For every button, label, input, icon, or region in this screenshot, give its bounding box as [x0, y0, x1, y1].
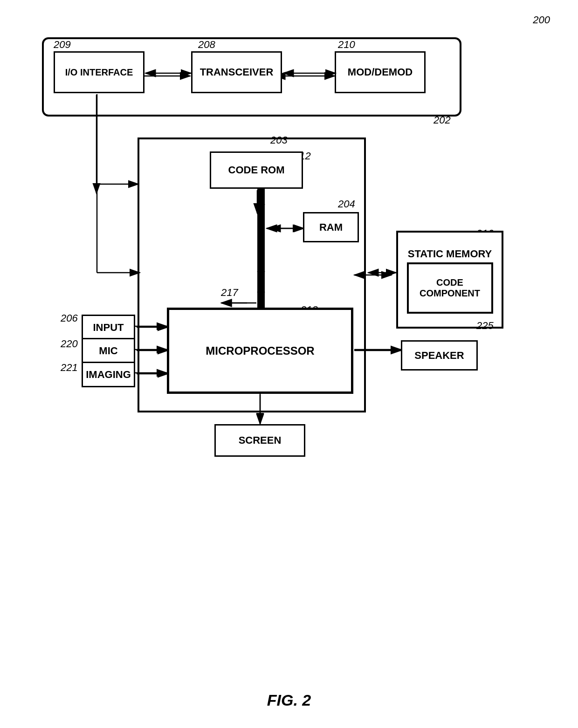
mic-box: MIC: [82, 338, 135, 364]
code-rom-box: CODE ROM: [210, 151, 303, 189]
static-memory-label: STATIC MEMORY: [406, 246, 494, 262]
input-box: INPUT: [82, 315, 135, 340]
fig-label: FIG. 2: [267, 691, 311, 709]
io-interface-box: I/O INTERFACE: [54, 51, 144, 93]
ref-220: 220: [61, 338, 78, 350]
static-memory-box: STATIC MEMORY CODE COMPONENT: [396, 231, 503, 329]
microprocessor-box: MICROPROCESSOR: [167, 308, 353, 394]
ref-202: 202: [434, 114, 451, 126]
ref-204: 204: [338, 198, 355, 210]
diagram: 200 202 209 I/O INTERFACE 208 TRANSCEIVE…: [28, 14, 550, 691]
ref-210: 210: [338, 39, 355, 51]
ref-203: 203: [270, 134, 288, 146]
ref-208: 208: [198, 39, 215, 51]
ram-box: RAM: [303, 212, 359, 242]
ref-221: 221: [61, 362, 78, 374]
mod-demod-box: MOD/DEMOD: [335, 51, 426, 93]
screen-box: SCREEN: [214, 424, 305, 457]
ref-209: 209: [54, 39, 71, 51]
ref-225: 225: [476, 320, 494, 332]
transceiver-box: TRANSCEIVER: [191, 51, 282, 93]
ref-206: 206: [61, 312, 78, 324]
ref-217: 217: [221, 287, 238, 299]
speaker-box: SPEAKER: [401, 340, 478, 371]
ref-200: 200: [533, 14, 550, 26]
imaging-box: IMAGING: [82, 362, 135, 387]
code-component-box: CODE COMPONENT: [407, 262, 493, 314]
